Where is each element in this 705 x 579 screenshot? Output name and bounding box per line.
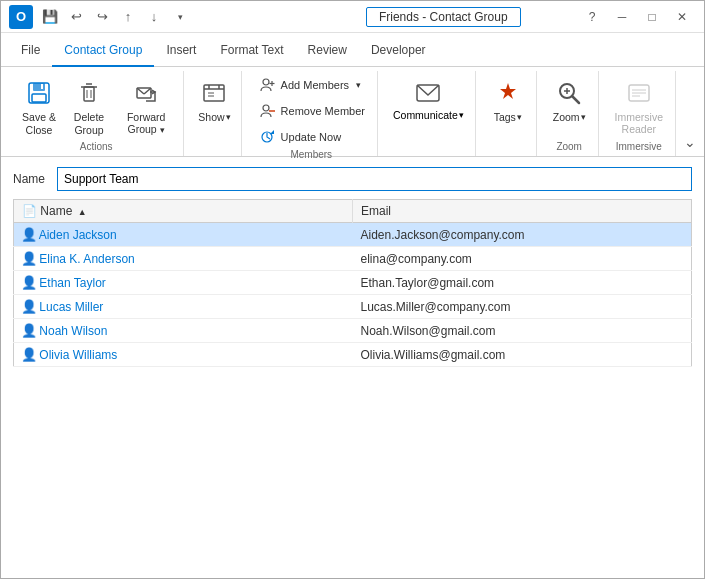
- save-close-button[interactable]: Save & Close: [15, 73, 63, 140]
- delete-group-button[interactable]: Delete Group: [65, 73, 113, 140]
- communicate-icon: [412, 77, 444, 109]
- forward-icon: [130, 77, 162, 109]
- name-input[interactable]: [57, 167, 692, 191]
- zoom-group-label: Zoom: [556, 141, 582, 156]
- restore-button[interactable]: □: [638, 6, 666, 28]
- svg-rect-1: [33, 83, 45, 91]
- ribbon: Save & Close Delete Group: [1, 67, 704, 157]
- tags-button[interactable]: Tags ▾: [486, 73, 530, 127]
- show-button[interactable]: Show ▾: [192, 73, 236, 127]
- name-row: Name: [13, 167, 692, 191]
- forward-group-label: Forward: [127, 111, 166, 123]
- ribbon-expand-button[interactable]: ⌄: [680, 71, 696, 156]
- ribbon-group-tags: Tags ▾ Tags: [480, 71, 537, 156]
- contact-email: Noah.Wilson@gmail.com: [353, 319, 692, 343]
- tags-icon: [492, 77, 524, 109]
- sort-arrow: ▲: [78, 207, 87, 217]
- contact-email: Ethan.Taylor@gmail.com: [353, 271, 692, 295]
- table-row[interactable]: 👤 Lucas Miller Lucas.Miller@company.com: [14, 295, 692, 319]
- delete-group-label: Delete Group: [74, 111, 104, 136]
- minimize-button[interactable]: ─: [608, 6, 636, 28]
- tags-label: Tags: [494, 111, 516, 123]
- qat-redo[interactable]: ↪: [91, 6, 113, 28]
- window-controls: ? ─ □ ✕: [578, 6, 696, 28]
- update-now-button[interactable]: Update Now: [252, 125, 348, 149]
- svg-rect-4: [84, 87, 94, 101]
- svg-line-27: [572, 96, 579, 103]
- add-members-button[interactable]: Add Members ▾: [252, 73, 367, 97]
- show-icon: [198, 77, 230, 109]
- update-now-icon: [258, 128, 276, 146]
- member-icon: 👤: [22, 275, 36, 290]
- table-row[interactable]: 👤 Noah Wilson Noah.Wilson@gmail.com: [14, 319, 692, 343]
- show-label: Show: [198, 111, 224, 123]
- add-members-icon: [258, 76, 276, 94]
- qat-down[interactable]: ↓: [143, 6, 165, 28]
- table-row[interactable]: 👤 Olivia Williams Olivia.Williams@gmail.…: [14, 343, 692, 367]
- col-header-email[interactable]: Email: [353, 200, 692, 223]
- communicate-button[interactable]: Communicate ▾: [388, 73, 469, 125]
- zoom-label: Zoom: [553, 111, 580, 123]
- svg-rect-2: [32, 94, 46, 102]
- close-button[interactable]: ✕: [668, 6, 696, 28]
- tab-insert[interactable]: Insert: [154, 37, 208, 67]
- member-icon: 👤: [22, 299, 36, 314]
- qat-dropdown[interactable]: ▾: [169, 6, 191, 28]
- member-icon: 👤: [22, 251, 36, 266]
- contact-email: elina@company.com: [353, 247, 692, 271]
- contact-name: 👤 Elina K. Anderson: [14, 247, 353, 271]
- remove-member-icon: [258, 102, 276, 120]
- tab-review[interactable]: Review: [296, 37, 359, 67]
- svg-line-11: [144, 88, 151, 94]
- member-icon: 👤: [22, 323, 36, 338]
- tab-file[interactable]: File: [9, 37, 52, 67]
- ribbon-group-members: Add Members ▾ Remove Member: [246, 71, 378, 156]
- main-content: Name 📄 Name ▲ Email 👤 Aiden Jackson: [1, 157, 704, 579]
- immersive-reader-button[interactable]: Immersive Reader: [609, 73, 669, 139]
- save-close-label: Save & Close: [22, 111, 56, 136]
- zoom-icon: [553, 77, 585, 109]
- actions-group-label: Actions: [80, 141, 113, 156]
- qat-undo[interactable]: ↩: [65, 6, 87, 28]
- svg-rect-3: [41, 84, 43, 89]
- svg-line-10: [137, 88, 144, 94]
- add-members-label: Add Members: [281, 79, 349, 91]
- tab-developer[interactable]: Developer: [359, 37, 438, 67]
- remove-member-button[interactable]: Remove Member: [252, 99, 371, 123]
- update-now-label: Update Now: [281, 131, 342, 143]
- ribbon-group-show: Show ▾ Show: [188, 71, 241, 156]
- quick-access-toolbar: 💾 ↩ ↪ ↑ ↓ ▾: [39, 6, 309, 28]
- forward-group-button[interactable]: Forward Group ▾: [115, 73, 177, 139]
- name-label: Name: [13, 172, 49, 186]
- ribbon-group-communicate: Communicate ▾ Communicate: [382, 71, 476, 156]
- contact-name: 👤 Olivia Williams: [14, 343, 353, 367]
- ribbon-group-zoom: Zoom ▾ Zoom: [541, 71, 599, 156]
- table-row[interactable]: 👤 Aiden Jackson Aiden.Jackson@company.co…: [14, 223, 692, 247]
- ribbon-group-immersive: Immersive Reader Immersive: [603, 71, 676, 156]
- app-logo: O: [9, 5, 33, 29]
- communicate-label: Communicate: [393, 109, 458, 121]
- zoom-button[interactable]: Zoom ▾: [547, 73, 592, 127]
- help-button[interactable]: ?: [578, 6, 606, 28]
- titlebar: O 💾 ↩ ↪ ↑ ↓ ▾ Friends - Contact Group ? …: [1, 1, 704, 33]
- contact-name: 👤 Lucas Miller: [14, 295, 353, 319]
- contact-email: Lucas.Miller@company.com: [353, 295, 692, 319]
- svg-point-18: [263, 79, 269, 85]
- remove-member-label: Remove Member: [281, 105, 365, 117]
- contact-name: 👤 Ethan Taylor: [14, 271, 353, 295]
- table-row[interactable]: 👤 Ethan Taylor Ethan.Taylor@gmail.com: [14, 271, 692, 295]
- contact-email: Olivia.Williams@gmail.com: [353, 343, 692, 367]
- ribbon-group-actions: Save & Close Delete Group: [9, 71, 184, 156]
- tab-format-text[interactable]: Format Text: [208, 37, 295, 67]
- tab-contact-group[interactable]: Contact Group: [52, 37, 154, 67]
- immersive-group-label: Immersive: [616, 141, 662, 156]
- col-header-name[interactable]: 📄 Name ▲: [14, 200, 353, 223]
- qat-save[interactable]: 💾: [39, 6, 61, 28]
- ribbon-tabs: File Contact Group Insert Format Text Re…: [1, 33, 704, 67]
- immersive-reader-icon: [623, 77, 655, 109]
- contact-name: 👤 Aiden Jackson: [14, 223, 353, 247]
- table-row[interactable]: 👤 Elina K. Anderson elina@company.com: [14, 247, 692, 271]
- member-icon: 👤: [22, 347, 36, 362]
- qat-up[interactable]: ↑: [117, 6, 139, 28]
- members-group-label: Members: [290, 149, 332, 164]
